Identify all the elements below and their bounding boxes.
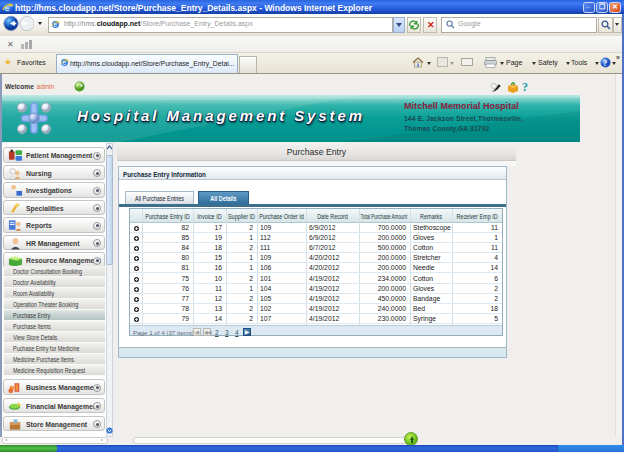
svg-text:e: e [62,59,66,66]
svg-text:?: ? [603,58,607,67]
svg-text:e: e [53,21,57,28]
svg-text:?: ? [522,81,528,93]
svg-text:e: e [5,3,10,12]
